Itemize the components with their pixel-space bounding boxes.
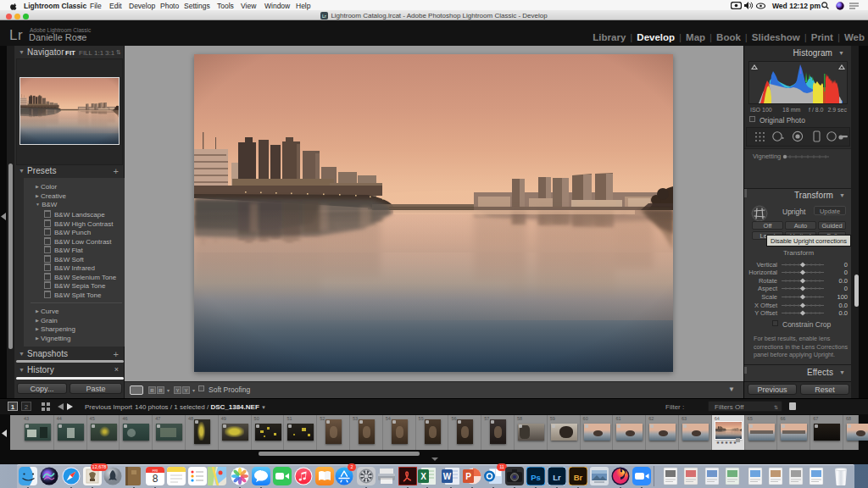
svg-text:Lr: Lr [322, 14, 326, 19]
svg-text:P: P [465, 472, 471, 481]
svg-text:X: X [420, 472, 426, 481]
svg-text:8: 8 [153, 473, 159, 485]
svg-text:Br: Br [574, 473, 583, 482]
svg-text:Ps: Ps [531, 473, 541, 482]
svg-text:W: W [443, 472, 452, 481]
svg-text:Lr: Lr [553, 473, 561, 482]
